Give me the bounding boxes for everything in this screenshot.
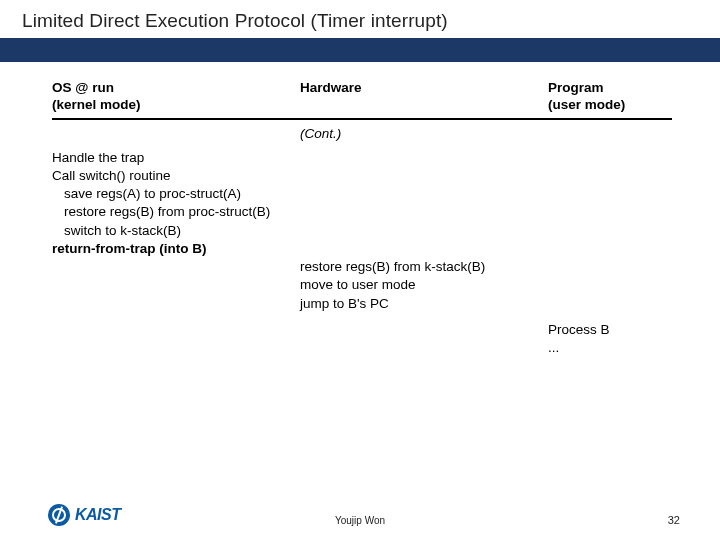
content-area: OS @ run (kernel mode) Hardware Program … — [0, 62, 720, 357]
cell-hw-empty2 — [300, 321, 548, 357]
col-hw-header: Hardware — [300, 80, 548, 114]
row-prog: Process B ... — [52, 321, 672, 357]
os-line-2: Call switch() routine — [52, 167, 300, 185]
prog-line-2: ... — [548, 339, 672, 357]
logo-text: KAIST — [75, 506, 121, 524]
cell-prog-empty — [548, 149, 672, 258]
col-prog-header: Program (user mode) — [548, 80, 672, 114]
prog-line-1: Process B — [548, 321, 672, 339]
hw-line-3: jump to B's PC — [300, 295, 548, 313]
os-line-5: switch to k-stack(B) — [52, 222, 300, 240]
hw-line-1: restore regs(B) from k-stack(B) — [300, 258, 548, 276]
footer: KAIST Youjip Won 32 — [0, 504, 720, 526]
col-os-header-line2: (kernel mode) — [52, 97, 300, 114]
cell-os-empty2 — [52, 321, 300, 357]
logo: KAIST — [48, 504, 121, 526]
title-bar: Limited Direct Execution Protocol (Timer… — [0, 0, 720, 38]
header-band — [0, 38, 720, 62]
hw-line-2: move to user mode — [300, 276, 548, 294]
page-number: 32 — [668, 514, 680, 526]
cell-os-empty — [52, 258, 300, 313]
cell-os: Handle the trap Call switch() routine sa… — [52, 149, 300, 258]
continuation-label: (Cont.) — [300, 126, 672, 141]
col-os-header-line1: OS @ run — [52, 80, 300, 97]
logo-mark-icon — [48, 504, 70, 526]
col-hw-header-text: Hardware — [300, 80, 548, 97]
gap — [52, 313, 672, 321]
col-prog-header-line2: (user mode) — [548, 97, 672, 114]
os-line-6: return-from-trap (into B) — [52, 240, 300, 258]
os-line-3: save regs(A) to proc-struct(A) — [52, 185, 300, 203]
cell-hw: restore regs(B) from k-stack(B) move to … — [300, 258, 548, 313]
cell-prog: Process B ... — [548, 321, 672, 357]
row-os: Handle the trap Call switch() routine sa… — [52, 149, 672, 258]
slide: Limited Direct Execution Protocol (Timer… — [0, 0, 720, 540]
col-os-header: OS @ run (kernel mode) — [52, 80, 300, 114]
os-line-1: Handle the trap — [52, 149, 300, 167]
row-hw: restore regs(B) from k-stack(B) move to … — [52, 258, 672, 313]
cell-prog-empty2 — [548, 258, 672, 313]
col-prog-header-line1: Program — [548, 80, 672, 97]
os-line-4: restore regs(B) from proc-struct(B) — [52, 203, 300, 221]
cell-hw-empty — [300, 149, 548, 258]
slide-title: Limited Direct Execution Protocol (Timer… — [22, 10, 720, 32]
table-header-row: OS @ run (kernel mode) Hardware Program … — [52, 80, 672, 120]
author-name: Youjip Won — [335, 515, 385, 526]
